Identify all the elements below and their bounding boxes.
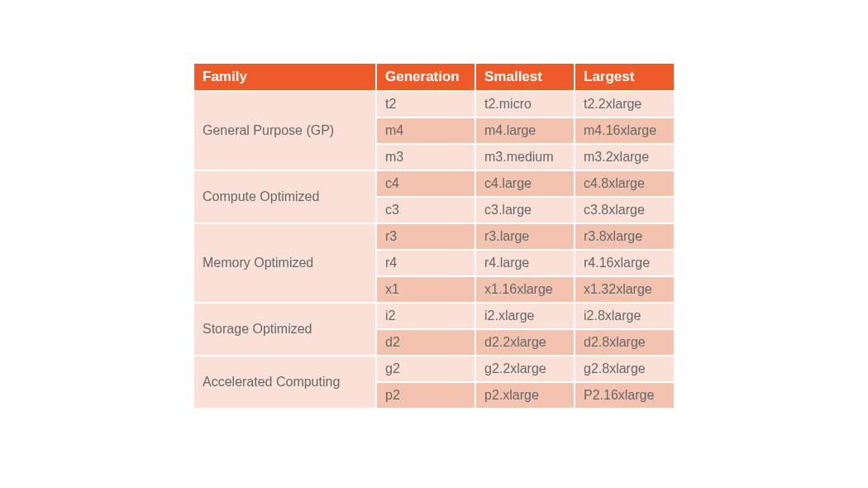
largest-cell: m4.16xlarge: [575, 117, 674, 144]
largest-cell: r3.8xlarge: [575, 223, 674, 250]
smallest-cell: x1.16xlarge: [475, 276, 575, 303]
generation-cell: r4: [376, 250, 475, 276]
generation-cell: m4: [376, 117, 475, 144]
col-header-family: Family: [194, 64, 376, 91]
generation-cell: g2: [376, 356, 475, 382]
generation-cell: r3: [376, 223, 475, 250]
generation-cell: i2: [376, 303, 475, 329]
largest-cell: i2.8xlarge: [575, 303, 674, 329]
largest-cell: r4.16xlarge: [575, 250, 674, 276]
smallest-cell: m4.large: [475, 117, 575, 144]
family-cell: Compute Optimized: [194, 170, 376, 223]
smallest-cell: g2.2xlarge: [475, 356, 575, 382]
largest-cell: t2.2xlarge: [575, 91, 674, 117]
smallest-cell: i2.xlarge: [475, 303, 575, 329]
generation-cell: c3: [376, 197, 475, 223]
table-row: Memory Optimizedr3r3.larger3.8xlarge: [194, 223, 674, 250]
table-row: General Purpose (GP)t2t2.microt2.2xlarge: [194, 91, 674, 117]
smallest-cell: r4.large: [475, 250, 575, 276]
generation-cell: x1: [376, 276, 475, 303]
largest-cell: g2.8xlarge: [575, 356, 674, 382]
largest-cell: m3.2xlarge: [575, 144, 674, 170]
instance-table: Family Generation Smallest Largest Gener…: [194, 64, 674, 408]
family-cell: Memory Optimized: [194, 223, 376, 303]
family-cell: Storage Optimized: [194, 303, 376, 356]
generation-cell: d2: [376, 329, 475, 356]
table-header-row: Family Generation Smallest Largest: [194, 64, 674, 91]
table-body: General Purpose (GP)t2t2.microt2.2xlarge…: [194, 91, 674, 408]
generation-cell: t2: [376, 91, 475, 117]
largest-cell: c4.8xlarge: [575, 170, 674, 197]
table-row: Storage Optimizedi2i2.xlargei2.8xlarge: [194, 303, 674, 329]
generation-cell: p2: [376, 382, 475, 408]
largest-cell: c3.8xlarge: [575, 197, 674, 223]
smallest-cell: p2.xlarge: [475, 382, 575, 408]
table-row: Compute Optimizedc4c4.largec4.8xlarge: [194, 170, 674, 197]
family-cell: Accelerated Computing: [194, 356, 376, 408]
col-header-largest: Largest: [575, 64, 674, 91]
largest-cell: d2.8xlarge: [575, 329, 674, 356]
col-header-smallest: Smallest: [475, 64, 575, 91]
table-row: Accelerated Computingg2g2.2xlargeg2.8xla…: [194, 356, 674, 382]
col-header-generation: Generation: [376, 64, 475, 91]
instance-table-wrapper: Family Generation Smallest Largest Gener…: [194, 64, 674, 408]
generation-cell: c4: [376, 170, 475, 197]
generation-cell: m3: [376, 144, 475, 170]
smallest-cell: c4.large: [475, 170, 575, 197]
smallest-cell: c3.large: [475, 197, 575, 223]
smallest-cell: r3.large: [475, 223, 575, 250]
largest-cell: x1.32xlarge: [575, 276, 674, 303]
largest-cell: P2.16xlarge: [575, 382, 674, 408]
smallest-cell: m3.medium: [475, 144, 575, 170]
family-cell: General Purpose (GP): [194, 91, 376, 170]
smallest-cell: d2.2xlarge: [475, 329, 575, 356]
smallest-cell: t2.micro: [475, 91, 575, 117]
